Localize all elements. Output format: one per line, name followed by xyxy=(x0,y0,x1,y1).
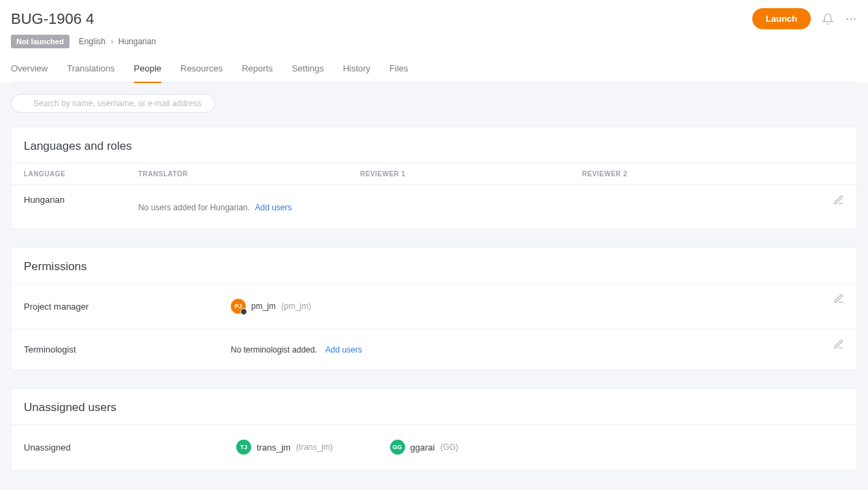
search-bar xyxy=(11,94,857,113)
tab-reports[interactable]: Reports xyxy=(242,58,273,83)
lang-from: English xyxy=(79,37,106,46)
user-chip[interactable]: TJ trans_jm (trans_jm) xyxy=(236,440,333,455)
unassigned-label: Unassigned xyxy=(24,442,236,453)
unassigned-users: TJ trans_jm (trans_jm) GG ggarai (GG) xyxy=(236,440,513,455)
avatar: GG xyxy=(390,440,405,455)
title-row: BUG-1906 4 Launch xyxy=(11,8,857,35)
avatar: PJ xyxy=(231,299,246,314)
tab-people[interactable]: People xyxy=(134,58,161,83)
more-icon[interactable] xyxy=(845,13,857,25)
perm-label-pm: Project manager xyxy=(24,301,231,312)
unassigned-card: Unassigned users Unassigned TJ trans_jm … xyxy=(11,388,857,470)
edit-icon[interactable] xyxy=(833,195,844,208)
language-row: Hungarian No users added for Hungarian. … xyxy=(12,185,856,229)
svg-point-2 xyxy=(854,18,856,20)
user-username: (pm_jm) xyxy=(281,301,311,311)
col-language: LANGUAGE xyxy=(24,170,138,178)
user-display: ggarai xyxy=(411,442,435,453)
row-empty: No users added for Hungarian. Add users xyxy=(138,195,844,212)
row-empty-text: No users added for Hungarian. xyxy=(138,203,250,212)
svg-point-1 xyxy=(850,18,852,20)
lang-to: Hungarian xyxy=(118,37,156,46)
edit-icon[interactable] xyxy=(833,339,844,352)
search-input[interactable] xyxy=(11,94,215,113)
tab-history[interactable]: History xyxy=(343,58,370,83)
add-users-link[interactable]: Add users xyxy=(255,203,291,212)
col-reviewer1: REVIEWER 1 xyxy=(360,170,582,178)
row-language-name: Hungarian xyxy=(24,195,138,205)
permissions-title: Permissions xyxy=(12,248,856,283)
permission-row-pm: Project manager PJ pm_jm (pm_jm) xyxy=(12,283,856,329)
col-translator: TRANSLATOR xyxy=(138,170,360,178)
header-actions: Launch xyxy=(752,8,857,29)
permission-row-terminologist: Terminologist No terminologist added. Ad… xyxy=(12,329,856,370)
content: Languages and roles LANGUAGE TRANSLATOR … xyxy=(0,83,868,490)
perm-value-pm: PJ pm_jm (pm_jm) xyxy=(231,299,844,314)
sub-header: Not launched English › Hungarian xyxy=(11,35,857,58)
user-chip[interactable]: GG ggarai (GG) xyxy=(390,440,459,455)
col-reviewer2: REVIEWER 2 xyxy=(582,170,844,178)
user-display: trans_jm xyxy=(257,442,291,453)
tab-translations[interactable]: Translations xyxy=(67,58,114,83)
user-username: (GG) xyxy=(440,442,459,452)
tab-overview[interactable]: Overview xyxy=(11,58,48,83)
header: BUG-1906 4 Launch Not launched English ›… xyxy=(0,0,868,83)
perm-value-term: No terminologist added. Add users xyxy=(231,345,844,355)
tabs: Overview Translations People Resources R… xyxy=(11,58,857,83)
unassigned-row: Unassigned TJ trans_jm (trans_jm) GG gga… xyxy=(12,424,856,470)
languages-table-header: LANGUAGE TRANSLATOR REVIEWER 1 REVIEWER … xyxy=(12,163,856,185)
language-pair: English › Hungarian xyxy=(79,37,156,46)
perm-empty-text: No terminologist added. xyxy=(231,345,317,355)
languages-roles-title: Languages and roles xyxy=(12,127,856,163)
user-display: pm_jm xyxy=(251,301,276,311)
add-users-link[interactable]: Add users xyxy=(325,345,362,355)
perm-label-term: Terminologist xyxy=(24,344,231,355)
status-badge: Not launched xyxy=(11,35,69,48)
avatar: TJ xyxy=(236,440,251,455)
svg-point-0 xyxy=(846,18,848,20)
languages-roles-card: Languages and roles LANGUAGE TRANSLATOR … xyxy=(11,127,857,229)
launch-button[interactable]: Launch xyxy=(752,8,811,29)
unassigned-title: Unassigned users xyxy=(12,389,856,424)
notifications-icon[interactable] xyxy=(822,13,834,25)
tab-resources[interactable]: Resources xyxy=(180,58,223,83)
page-title: BUG-1906 4 xyxy=(11,10,94,28)
tab-settings[interactable]: Settings xyxy=(292,58,324,83)
permissions-card: Permissions Project manager PJ pm_jm (pm… xyxy=(11,247,857,370)
edit-icon[interactable] xyxy=(833,293,844,306)
user-username: (trans_jm) xyxy=(296,442,333,452)
chevron-right-icon: › xyxy=(110,37,113,46)
tab-files[interactable]: Files xyxy=(389,58,408,83)
